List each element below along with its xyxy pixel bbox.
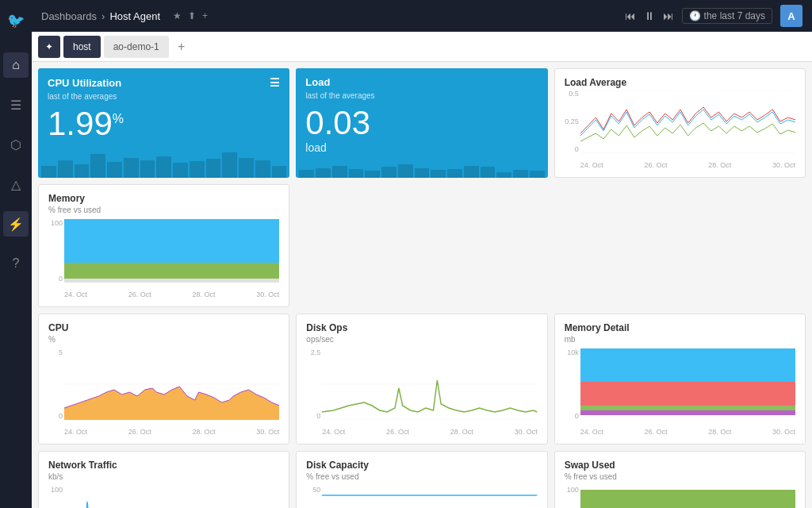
network-traffic-svg [64, 486, 279, 508]
add-dashboard-icon[interactable]: + [202, 10, 208, 21]
disk-capacity-card: Disk Capacity % free vs used 50 0 [296, 451, 547, 508]
network-traffic-svg-container [64, 486, 279, 508]
rewind-icon[interactable]: ⏮ [625, 10, 636, 22]
disk-capacity-subtitle: % free vs used [306, 472, 537, 481]
disk-capacity-svg-container [322, 486, 537, 508]
pause-icon[interactable]: ⏸ [644, 10, 655, 22]
memory-chart: 100 0 [48, 219, 279, 298]
app-logo[interactable]: 🐦 [3, 8, 29, 33]
disk-ops-chart: 2.5 0 24. Oct 26. Oct [306, 348, 537, 436]
breadcrumb-sep: › [102, 10, 105, 22]
cpu-svg-container [64, 348, 279, 420]
cpu-chart: 5 0 [48, 348, 279, 436]
load-bars [296, 138, 547, 178]
main-content: Dashboards › Host Agent ★ ⬆ + ⏮ ⏸ ⏭ 🕐 th… [32, 0, 812, 508]
cpu-subtitle: % [48, 335, 279, 344]
clock-icon: 🕐 [689, 10, 701, 21]
dashboard-row-2: CPU % 5 0 [38, 314, 806, 444]
network-traffic-title: Network Traffic [48, 460, 279, 471]
memory-title: Memory [48, 193, 279, 204]
memory-yaxis: 100 0 [48, 219, 64, 283]
dashboard-row-1: CPU Utilization ☰ last of the averages 1… [38, 68, 806, 307]
sidebar-item-network[interactable]: ⬡ [3, 132, 29, 157]
network-traffic-card: Network Traffic kb/s 100 0 [38, 451, 289, 508]
disk-ops-title: Disk Ops [306, 322, 537, 333]
memory-subtitle: % free vs used [48, 206, 279, 214]
swap-used-svg-container [580, 486, 795, 508]
cpu-title: CPU [48, 322, 279, 333]
load-average-card: Load Average 0.5 0.25 0 [554, 68, 806, 178]
memory-xaxis: 24. Oct 26. Oct 28. Oct 30. Oct [64, 291, 279, 298]
load-average-title: Load Average [565, 77, 795, 88]
disk-capacity-svg [322, 486, 537, 508]
disk-ops-svg [322, 348, 537, 420]
load-subtitle: last of the averages [305, 91, 538, 100]
svg-marker-11 [580, 348, 795, 382]
cpu-utilization-subtitle: last of the averages [48, 92, 280, 101]
cpu-utilization-value: 1.99% [48, 107, 280, 140]
memory-svg-container [64, 219, 279, 283]
memory-detail-svg [580, 348, 795, 420]
sidebar: 🐦 ⌂ ☰ ⬡ △ ⚡ ? [0, 0, 32, 508]
disk-capacity-yaxis: 50 0 [306, 486, 322, 508]
memory-svg [64, 219, 279, 283]
swap-used-card: Swap Used % free vs used 100 0 [554, 451, 806, 508]
network-traffic-subtitle: kb/s [48, 472, 279, 481]
svg-marker-4 [64, 263, 279, 279]
load-average-xaxis: 24. Oct 26. Oct 28. Oct 30. Oct [580, 161, 795, 169]
cpu-yaxis: 5 0 [48, 348, 64, 420]
cpu-svg [64, 348, 279, 420]
svg-marker-14 [580, 410, 795, 415]
svg-marker-12 [580, 382, 795, 406]
disk-ops-xaxis: 24. Oct 26. Oct 28. Oct 30. Oct [322, 428, 537, 436]
network-traffic-chart: 100 0 [48, 486, 279, 508]
forward-icon[interactable]: ⏭ [663, 10, 674, 22]
cpu-card: CPU % 5 0 [38, 314, 289, 444]
tab-ao-demo[interactable]: ao-demo-1 [104, 36, 169, 58]
dashboard-pin-icon: ✦ [38, 36, 60, 58]
load-value: 0.03 [305, 106, 538, 140]
swap-used-svg [580, 486, 795, 508]
cpu-xaxis: 24. Oct 26. Oct 28. Oct 30. Oct [64, 428, 279, 436]
user-avatar[interactable]: A [780, 5, 802, 27]
sidebar-item-home[interactable]: ⌂ [3, 52, 29, 78]
load-card: Load last of the averages 0.03 load [296, 68, 547, 178]
network-traffic-yaxis: 100 0 [48, 486, 64, 508]
svg-marker-19 [580, 490, 795, 508]
swap-used-title: Swap Used [565, 460, 795, 471]
breadcrumb-parent[interactable]: Dashboards [41, 10, 97, 22]
time-range-selector[interactable]: 🕐 the last 7 days [682, 8, 772, 24]
share-icon[interactable]: ⬆ [188, 10, 196, 21]
cpu-utilization-bars [38, 138, 289, 178]
dashboard-grid: CPU Utilization ☰ last of the averages 1… [32, 62, 812, 508]
svg-marker-5 [64, 279, 279, 283]
swap-used-yaxis: 100 0 [565, 486, 580, 508]
svg-marker-8 [64, 387, 279, 420]
topnav: Dashboards › Host Agent ★ ⬆ + ⏮ ⏸ ⏭ 🕐 th… [32, 0, 812, 32]
tab-host[interactable]: host [63, 36, 101, 58]
disk-ops-yaxis: 2.5 0 [306, 348, 322, 420]
cpu-utilization-card: CPU Utilization ☰ last of the averages 1… [38, 68, 289, 178]
load-average-svg-container [580, 90, 795, 153]
memory-detail-svg-container [580, 348, 795, 420]
sidebar-item-pulse[interactable]: ⚡ [3, 211, 29, 237]
load-average-svg [580, 90, 795, 153]
memory-detail-chart: 10k 0 [565, 348, 795, 436]
swap-used-subtitle: % free vs used [565, 472, 795, 481]
memory-detail-title: Memory Detail [565, 322, 795, 333]
memory-detail-subtitle: mb [565, 335, 795, 344]
topnav-actions: ⏮ ⏸ ⏭ 🕐 the last 7 days A [625, 5, 802, 27]
disk-ops-subtitle: ops/sec [306, 335, 537, 344]
breadcrumb-current: Host Agent [109, 10, 160, 22]
sidebar-item-list[interactable]: ☰ [3, 92, 29, 117]
dashboard-row-3: Network Traffic kb/s 100 0 [38, 451, 806, 508]
sidebar-item-help[interactable]: ? [3, 251, 29, 276]
card-menu-icon[interactable]: ☰ [270, 76, 280, 89]
memory-detail-xaxis: 24. Oct 26. Oct 28. Oct 30. Oct [580, 428, 795, 436]
sidebar-item-alert[interactable]: △ [3, 171, 29, 197]
favorite-icon[interactable]: ★ [173, 10, 182, 21]
swap-used-chart: 100 0 24. Oct 26. Oct 28. Oct [565, 486, 795, 508]
add-tab-button[interactable]: + [172, 37, 191, 56]
disk-capacity-chart: 50 0 [306, 486, 537, 508]
load-title: Load [305, 76, 538, 88]
